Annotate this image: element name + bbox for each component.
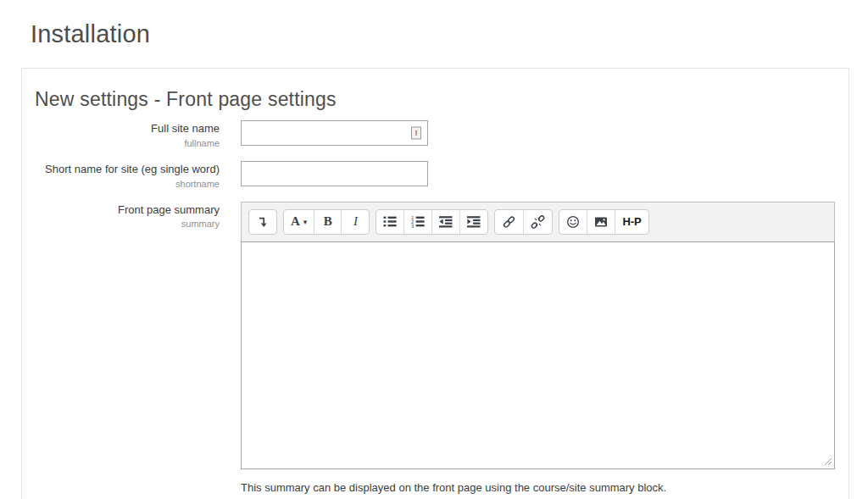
indent-icon: [467, 215, 481, 228]
toolbar-group-links: [494, 209, 553, 235]
shortname-input[interactable]: [241, 161, 428, 186]
summary-label-block: Front page summary summary: [22, 202, 220, 230]
form-row-fullname: Full site name fullname !: [22, 120, 849, 148]
page-title: Installation: [31, 20, 150, 48]
ordered-list-icon: 1 2 3: [411, 215, 425, 228]
unordered-list-button[interactable]: [376, 210, 404, 234]
toolbar-group-lists: 1 2 3: [376, 209, 488, 235]
bold-icon: B: [324, 214, 332, 229]
show-more-button[interactable]: [249, 210, 276, 234]
emoticon-button[interactable]: [559, 210, 587, 234]
shortname-field-wrap: [241, 161, 428, 186]
fullname-input[interactable]: [241, 120, 428, 146]
unordered-list-icon: [383, 215, 397, 228]
toolbar-group-text: A ▾ B I: [283, 209, 370, 235]
image-button[interactable]: [587, 210, 615, 234]
fullname-label-block: Full site name fullname: [22, 120, 220, 148]
summary-help-text: This summary can be displayed on the fro…: [241, 481, 835, 494]
caret-down-icon: ▾: [303, 218, 308, 226]
font-family-icon: A: [291, 214, 300, 229]
settings-panel: New settings - Front page settings Full …: [21, 68, 849, 499]
fullname-field-wrap: !: [241, 120, 428, 146]
outdent-button[interactable]: [432, 210, 460, 234]
settings-heading: New settings - Front page settings: [35, 87, 849, 112]
toolbar-group-collapse: [248, 209, 277, 235]
shortname-label-block: Short name for site (eg single word) sho…: [22, 161, 220, 189]
summary-shortlabel: summary: [22, 219, 220, 229]
form-row-shortname: Short name for site (eg single word) sho…: [22, 161, 849, 189]
italic-icon: I: [353, 214, 358, 229]
emoticon-icon: [566, 215, 580, 229]
link-button[interactable]: [495, 210, 524, 234]
image-icon: [594, 215, 608, 229]
fullname-shortlabel: fullname: [22, 138, 220, 148]
required-field-icon: !: [411, 126, 421, 139]
editor-toolbar: A ▾ B I: [241, 202, 835, 242]
bold-button[interactable]: B: [314, 210, 342, 234]
fullname-label: Full site name: [22, 122, 220, 136]
unlink-icon: [531, 215, 545, 229]
show-more-icon: [256, 215, 270, 229]
link-icon: [502, 215, 516, 229]
svg-text:3: 3: [411, 224, 415, 228]
form-row-summary: Front page summary summary: [22, 202, 849, 494]
h5p-button[interactable]: H-P: [615, 210, 648, 234]
ordered-list-button[interactable]: 1 2 3: [404, 210, 432, 234]
outdent-icon: [439, 215, 453, 228]
summary-editor: A ▾ B I: [241, 202, 835, 494]
shortname-label: Short name for site (eg single word): [22, 163, 220, 177]
italic-button[interactable]: I: [342, 210, 369, 234]
summary-textarea-wrap: [241, 241, 835, 469]
toolbar-group-media: H-P: [559, 209, 648, 235]
shortname-shortlabel: shortname: [22, 179, 220, 189]
settings-form: Full site name fullname ! Short name for…: [22, 120, 849, 494]
font-family-button[interactable]: A ▾: [284, 210, 314, 234]
unlink-button[interactable]: [524, 210, 552, 234]
indent-button[interactable]: [460, 210, 487, 234]
h5p-icon: H-P: [622, 215, 641, 228]
summary-textarea[interactable]: [241, 241, 835, 469]
summary-label: Front page summary: [22, 203, 220, 218]
